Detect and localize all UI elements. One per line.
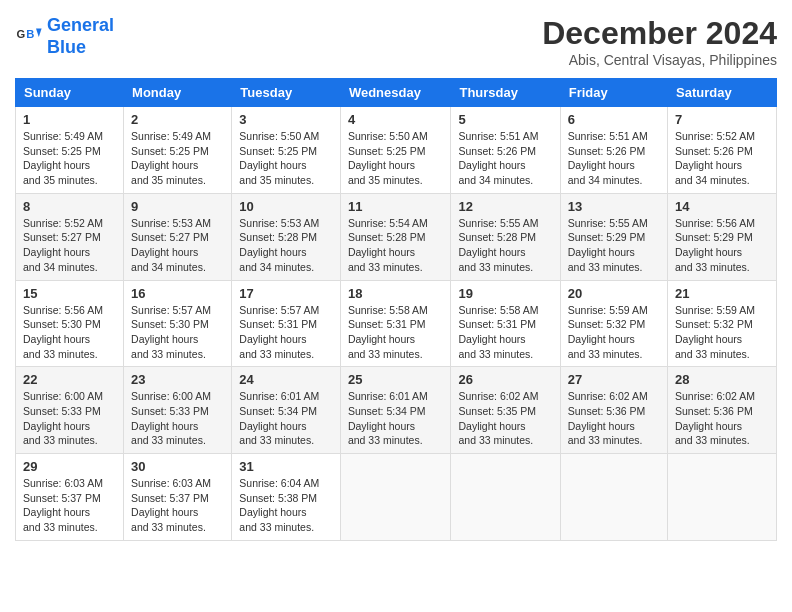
calendar-week-row: 22 Sunrise: 6:00 AMSunset: 5:33 PMDaylig… [16,367,777,454]
header-sunday: Sunday [16,79,124,107]
calendar-week-row: 29 Sunrise: 6:03 AMSunset: 5:37 PMDaylig… [16,454,777,541]
day-info: Sunrise: 5:57 AMSunset: 5:31 PMDaylight … [239,304,319,360]
day-info: Sunrise: 5:55 AMSunset: 5:28 PMDaylight … [458,217,538,273]
day-number: 5 [458,112,552,127]
day-number: 20 [568,286,660,301]
svg-text:G: G [16,28,25,40]
calendar-cell: 12 Sunrise: 5:55 AMSunset: 5:28 PMDaylig… [451,193,560,280]
header-saturday: Saturday [668,79,777,107]
day-number: 15 [23,286,116,301]
day-info: Sunrise: 6:02 AMSunset: 5:35 PMDaylight … [458,390,538,446]
header-wednesday: Wednesday [340,79,451,107]
day-number: 19 [458,286,552,301]
calendar-week-row: 15 Sunrise: 5:56 AMSunset: 5:30 PMDaylig… [16,280,777,367]
svg-marker-2 [36,28,42,36]
day-info: Sunrise: 5:53 AMSunset: 5:27 PMDaylight … [131,217,211,273]
day-info: Sunrise: 6:02 AMSunset: 5:36 PMDaylight … [568,390,648,446]
day-number: 25 [348,372,444,387]
day-number: 23 [131,372,224,387]
day-info: Sunrise: 5:51 AMSunset: 5:26 PMDaylight … [568,130,648,186]
logo-line1: General [47,15,114,35]
day-number: 2 [131,112,224,127]
calendar-cell: 7 Sunrise: 5:52 AMSunset: 5:26 PMDayligh… [668,107,777,194]
calendar-cell: 23 Sunrise: 6:00 AMSunset: 5:33 PMDaylig… [124,367,232,454]
calendar-cell: 3 Sunrise: 5:50 AMSunset: 5:25 PMDayligh… [232,107,341,194]
day-number: 14 [675,199,769,214]
day-info: Sunrise: 5:55 AMSunset: 5:29 PMDaylight … [568,217,648,273]
calendar-cell: 17 Sunrise: 5:57 AMSunset: 5:31 PMDaylig… [232,280,341,367]
title-area: December 2024 Abis, Central Visayas, Phi… [542,15,777,68]
calendar-cell: 11 Sunrise: 5:54 AMSunset: 5:28 PMDaylig… [340,193,451,280]
day-number: 17 [239,286,333,301]
page-header: G B General Blue December 2024 Abis, Cen… [15,15,777,68]
day-number: 18 [348,286,444,301]
header-thursday: Thursday [451,79,560,107]
calendar-cell [560,454,667,541]
day-number: 28 [675,372,769,387]
calendar-cell [668,454,777,541]
day-number: 3 [239,112,333,127]
day-info: Sunrise: 5:59 AMSunset: 5:32 PMDaylight … [568,304,648,360]
day-number: 30 [131,459,224,474]
day-number: 13 [568,199,660,214]
day-number: 6 [568,112,660,127]
day-info: Sunrise: 5:56 AMSunset: 5:30 PMDaylight … [23,304,103,360]
day-number: 11 [348,199,444,214]
logo-text: General Blue [47,15,114,58]
day-info: Sunrise: 5:51 AMSunset: 5:26 PMDaylight … [458,130,538,186]
day-info: Sunrise: 5:49 AMSunset: 5:25 PMDaylight … [23,130,103,186]
day-info: Sunrise: 5:49 AMSunset: 5:25 PMDaylight … [131,130,211,186]
day-number: 26 [458,372,552,387]
day-info: Sunrise: 6:04 AMSunset: 5:38 PMDaylight … [239,477,319,533]
day-info: Sunrise: 5:52 AMSunset: 5:26 PMDaylight … [675,130,755,186]
day-info: Sunrise: 5:54 AMSunset: 5:28 PMDaylight … [348,217,428,273]
day-number: 29 [23,459,116,474]
svg-text:B: B [26,28,34,40]
day-info: Sunrise: 6:01 AMSunset: 5:34 PMDaylight … [348,390,428,446]
calendar-cell: 16 Sunrise: 5:57 AMSunset: 5:30 PMDaylig… [124,280,232,367]
day-info: Sunrise: 5:52 AMSunset: 5:27 PMDaylight … [23,217,103,273]
calendar-week-row: 1 Sunrise: 5:49 AMSunset: 5:25 PMDayligh… [16,107,777,194]
day-info: Sunrise: 5:56 AMSunset: 5:29 PMDaylight … [675,217,755,273]
calendar-cell: 5 Sunrise: 5:51 AMSunset: 5:26 PMDayligh… [451,107,560,194]
calendar-cell: 20 Sunrise: 5:59 AMSunset: 5:32 PMDaylig… [560,280,667,367]
day-info: Sunrise: 5:59 AMSunset: 5:32 PMDaylight … [675,304,755,360]
calendar-cell: 21 Sunrise: 5:59 AMSunset: 5:32 PMDaylig… [668,280,777,367]
logo-line2: Blue [47,37,86,57]
day-number: 4 [348,112,444,127]
day-info: Sunrise: 6:00 AMSunset: 5:33 PMDaylight … [23,390,103,446]
calendar-cell: 31 Sunrise: 6:04 AMSunset: 5:38 PMDaylig… [232,454,341,541]
day-info: Sunrise: 6:01 AMSunset: 5:34 PMDaylight … [239,390,319,446]
calendar-cell [340,454,451,541]
calendar-cell: 19 Sunrise: 5:58 AMSunset: 5:31 PMDaylig… [451,280,560,367]
calendar-cell: 18 Sunrise: 5:58 AMSunset: 5:31 PMDaylig… [340,280,451,367]
calendar-cell [451,454,560,541]
calendar-table: Sunday Monday Tuesday Wednesday Thursday… [15,78,777,541]
header-monday: Monday [124,79,232,107]
day-info: Sunrise: 6:03 AMSunset: 5:37 PMDaylight … [131,477,211,533]
header-friday: Friday [560,79,667,107]
day-info: Sunrise: 5:53 AMSunset: 5:28 PMDaylight … [239,217,319,273]
calendar-cell: 25 Sunrise: 6:01 AMSunset: 5:34 PMDaylig… [340,367,451,454]
calendar-cell: 2 Sunrise: 5:49 AMSunset: 5:25 PMDayligh… [124,107,232,194]
day-number: 24 [239,372,333,387]
calendar-cell: 30 Sunrise: 6:03 AMSunset: 5:37 PMDaylig… [124,454,232,541]
day-number: 9 [131,199,224,214]
day-number: 31 [239,459,333,474]
day-info: Sunrise: 5:58 AMSunset: 5:31 PMDaylight … [458,304,538,360]
day-number: 21 [675,286,769,301]
day-number: 27 [568,372,660,387]
day-info: Sunrise: 6:02 AMSunset: 5:36 PMDaylight … [675,390,755,446]
calendar-cell: 10 Sunrise: 5:53 AMSunset: 5:28 PMDaylig… [232,193,341,280]
calendar-cell: 6 Sunrise: 5:51 AMSunset: 5:26 PMDayligh… [560,107,667,194]
day-info: Sunrise: 5:50 AMSunset: 5:25 PMDaylight … [239,130,319,186]
header-tuesday: Tuesday [232,79,341,107]
day-info: Sunrise: 5:57 AMSunset: 5:30 PMDaylight … [131,304,211,360]
day-info: Sunrise: 5:50 AMSunset: 5:25 PMDaylight … [348,130,428,186]
calendar-cell: 29 Sunrise: 6:03 AMSunset: 5:37 PMDaylig… [16,454,124,541]
location-subtitle: Abis, Central Visayas, Philippines [542,52,777,68]
calendar-cell: 4 Sunrise: 5:50 AMSunset: 5:25 PMDayligh… [340,107,451,194]
calendar-cell: 13 Sunrise: 5:55 AMSunset: 5:29 PMDaylig… [560,193,667,280]
day-number: 1 [23,112,116,127]
day-number: 12 [458,199,552,214]
